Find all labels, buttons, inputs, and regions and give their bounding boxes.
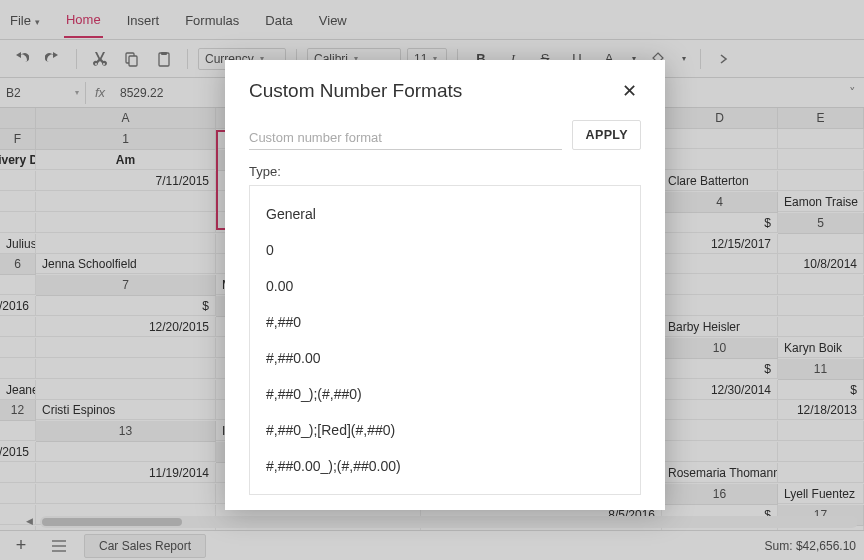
format-option[interactable]: #,##0_);[Red](#,##0) <box>264 412 626 448</box>
dialog-title: Custom Number Formats <box>249 80 462 102</box>
format-option[interactable]: #,##0_);(#,##0) <box>264 376 626 412</box>
apply-button[interactable]: APPLY <box>572 120 641 150</box>
format-option[interactable]: 0.00 <box>264 268 626 304</box>
format-option[interactable]: 0 <box>264 232 626 268</box>
close-icon[interactable]: ✕ <box>617 80 641 102</box>
format-type-list[interactable]: General00.00#,##0#,##0.00#,##0_);(#,##0)… <box>249 185 641 495</box>
format-option[interactable]: General <box>264 196 626 232</box>
format-option[interactable]: #,##0.00_);(#,##0.00) <box>264 448 626 484</box>
type-label: Type: <box>249 164 641 179</box>
format-option[interactable]: #,##0.00 <box>264 340 626 376</box>
custom-number-formats-dialog: Custom Number Formats ✕ APPLY Type: Gene… <box>225 60 665 510</box>
custom-format-input[interactable] <box>249 124 562 150</box>
format-option[interactable]: #,##0 <box>264 304 626 340</box>
